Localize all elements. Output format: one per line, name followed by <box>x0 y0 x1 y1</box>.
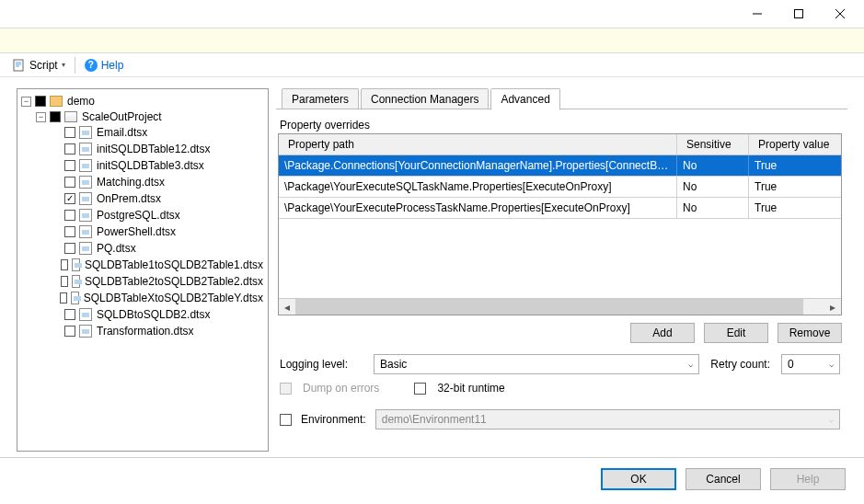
tree-node-folder[interactable]: − demo <box>21 94 264 109</box>
package-icon <box>79 209 92 222</box>
tree-checkbox[interactable] <box>64 326 75 337</box>
tab-parameters[interactable]: Parameters <box>282 88 359 109</box>
logging-level-label: Logging level: <box>280 358 363 371</box>
tree-node-package[interactable]: initSQLDBTable3.dtsx <box>51 158 264 173</box>
minimize-icon <box>753 9 762 18</box>
tree-label: OnPrem.dtsx <box>96 191 162 206</box>
tree-checkbox[interactable] <box>50 111 61 122</box>
tree-checkbox[interactable] <box>64 143 75 155</box>
notification-strip <box>0 28 864 53</box>
maximize-button[interactable] <box>778 1 819 27</box>
tree-node-package[interactable]: Matching.dtsx <box>51 175 264 189</box>
cell-sensitive: No <box>677 177 749 197</box>
table-row[interactable]: \Package\YourExecuteSQLTaskName.Properti… <box>279 177 841 198</box>
content: − demo − ScaleOutProject <box>0 77 864 457</box>
button-label: Help <box>797 473 820 486</box>
tab-connection-managers[interactable]: Connection Managers <box>361 88 489 109</box>
button-label: Cancel <box>706 473 740 486</box>
tree-checkbox[interactable] <box>64 193 75 204</box>
tree-label: initSQLDBTable12.dtsx <box>96 142 211 156</box>
retry-count-label: Retry count: <box>710 358 770 371</box>
cell-property-value: True <box>749 155 841 176</box>
tree-node-project[interactable]: − ScaleOutProject <box>36 109 264 124</box>
logging-level-select[interactable]: Basic ⌵ <box>374 354 699 374</box>
grid-col-property-value[interactable]: Property value <box>749 134 841 155</box>
tree-node-package[interactable]: PQ.dtsx <box>51 241 264 256</box>
grid-body: \Package.Connections[YourConnectionManag… <box>279 155 841 298</box>
retry-count-select[interactable]: 0 ⌵ <box>781 354 840 374</box>
runtime-32bit-checkbox[interactable] <box>414 383 426 395</box>
separator <box>75 57 75 74</box>
horizontal-scrollbar[interactable]: ◂ ▸ <box>279 298 841 315</box>
help-icon: ? <box>85 59 98 72</box>
package-icon <box>72 258 80 271</box>
collapse-icon[interactable]: − <box>21 97 31 107</box>
chevron-down-icon: ⌵ <box>688 360 693 369</box>
edit-button[interactable]: Edit <box>704 323 768 343</box>
folder-icon <box>50 96 63 107</box>
property-overrides-grid[interactable]: Property path Sensitive Property value \… <box>278 133 842 315</box>
scroll-right-icon[interactable]: ▸ <box>824 299 841 315</box>
tree-checkbox[interactable] <box>35 96 46 107</box>
package-icon <box>79 242 92 255</box>
chevron-down-icon: ▾ <box>62 61 65 69</box>
tree-checkbox[interactable] <box>64 226 75 237</box>
remove-button[interactable]: Remove <box>778 323 842 343</box>
grid-col-property-path[interactable]: Property path <box>279 134 677 155</box>
tree-node-package[interactable]: initSQLDBTable12.dtsx <box>51 142 264 156</box>
package-icon <box>79 143 92 155</box>
tree-node-package[interactable]: OnPrem.dtsx <box>51 191 264 206</box>
package-icon <box>79 325 92 338</box>
close-button[interactable] <box>819 1 860 27</box>
tree-checkbox[interactable] <box>61 259 68 270</box>
tabs: Parameters Connection Managers Advanced <box>276 88 847 109</box>
maximize-icon <box>794 9 803 18</box>
help-toolbar-button[interactable]: ? Help <box>81 57 128 74</box>
tab-advanced[interactable]: Advanced <box>490 88 559 110</box>
tree-checkbox[interactable] <box>64 243 75 254</box>
table-row[interactable]: \Package\YourExecuteProcessTaskName.Prop… <box>279 198 841 219</box>
svg-rect-0 <box>794 10 802 18</box>
tree-checkbox[interactable] <box>64 160 75 171</box>
overrides-header: Property overrides <box>278 115 842 133</box>
environment-checkbox[interactable] <box>280 414 292 426</box>
tree-panel[interactable]: − demo − ScaleOutProject <box>17 88 269 452</box>
tab-label: Advanced <box>501 93 549 106</box>
tree-checkbox[interactable] <box>64 309 75 320</box>
tree-checkbox[interactable] <box>64 127 75 138</box>
tree-node-package[interactable]: Email.dtsx <box>51 125 264 140</box>
tree-label: PQ.dtsx <box>96 241 137 256</box>
scroll-track[interactable] <box>295 299 824 315</box>
scroll-left-icon[interactable]: ◂ <box>279 299 295 315</box>
tree-node-package[interactable]: SQLDBTableXtoSQLDB2TableY.dtsx <box>51 291 264 305</box>
tree-checkbox[interactable] <box>64 210 75 221</box>
tree-node-package[interactable]: Transformation.dtsx <box>51 324 264 338</box>
grid-col-sensitive[interactable]: Sensitive <box>677 134 749 155</box>
tree-label: SQLDBTableXtoSQLDB2TableY.dtsx <box>83 291 264 305</box>
cancel-button[interactable]: Cancel <box>685 468 761 490</box>
tree-checkbox[interactable] <box>60 292 67 304</box>
script-dropdown[interactable]: Script ▾ <box>9 57 69 74</box>
scroll-thumb[interactable] <box>295 299 803 315</box>
minimize-button[interactable] <box>736 1 778 27</box>
tree-node-package[interactable]: SQLDBtoSQLDB2.dtsx <box>51 307 264 322</box>
ok-button[interactable]: OK <box>601 468 676 490</box>
package-icon <box>79 159 92 172</box>
help-button[interactable]: Help <box>770 468 846 490</box>
tree-label: SQLDBtoSQLDB2.dtsx <box>96 307 211 322</box>
tree-node-package[interactable]: SQLDBTable2toSQLDB2Table2.dtsx <box>51 274 264 289</box>
package-icon <box>79 192 92 205</box>
table-row[interactable]: \Package.Connections[YourConnectionManag… <box>279 155 841 177</box>
script-label: Script <box>29 59 58 72</box>
collapse-icon[interactable]: − <box>36 112 46 122</box>
tree-node-package[interactable]: PowerShell.dtsx <box>51 224 264 239</box>
tree-checkbox[interactable] <box>64 177 75 188</box>
tree-checkbox[interactable] <box>61 276 68 287</box>
add-button[interactable]: Add <box>630 323 695 343</box>
chevron-down-icon: ⌵ <box>829 416 834 424</box>
tree-node-package[interactable]: SQLDBTable1toSQLDB2Table1.dtsx <box>51 258 264 272</box>
titlebar <box>0 0 864 28</box>
package-icon <box>79 308 92 321</box>
tree-node-package[interactable]: PostgreSQL.dtsx <box>51 208 264 223</box>
tab-advanced-body: Property overrides Property path Sensiti… <box>276 109 847 452</box>
